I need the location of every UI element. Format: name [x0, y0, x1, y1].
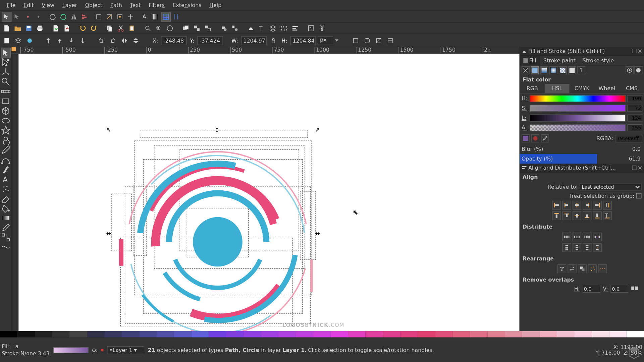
- tab-stroke-style[interactable]: Stroke style: [579, 56, 618, 65]
- menu-path[interactable]: Path: [106, 1, 126, 9]
- palette-swatch[interactable]: [174, 331, 192, 337]
- flip-h-button[interactable]: [119, 36, 129, 45]
- affect-pattern-button[interactable]: [385, 36, 395, 45]
- clone-button[interactable]: [192, 23, 202, 33]
- palette-swatch[interactable]: [104, 331, 122, 337]
- mode-wheel[interactable]: Wheel: [594, 84, 619, 94]
- align-top-out[interactable]: [552, 211, 561, 220]
- paint-swatch-button[interactable]: [568, 66, 576, 74]
- ungroup-button[interactable]: [230, 23, 240, 33]
- paint-linear-button[interactable]: [540, 66, 548, 74]
- hue-slider[interactable]: [530, 95, 626, 102]
- palette-swatch[interactable]: [226, 331, 244, 337]
- paint-pattern-button[interactable]: [559, 66, 567, 74]
- palette-swatch[interactable]: [540, 331, 557, 337]
- palette-swatch[interactable]: [366, 331, 383, 337]
- calligraphy-tool[interactable]: [1, 165, 10, 174]
- selector-tool[interactable]: [1, 48, 10, 57]
- new-doc-button[interactable]: [2, 23, 11, 33]
- unlink-clone-button[interactable]: [203, 23, 213, 33]
- sat-slider[interactable]: [530, 105, 626, 112]
- x-input[interactable]: [161, 36, 187, 45]
- measure-tool[interactable]: [1, 87, 10, 97]
- alpha-slider[interactable]: [530, 124, 626, 131]
- rubberband-toggle[interactable]: [34, 12, 43, 21]
- palette-swatch[interactable]: [383, 331, 400, 337]
- palette-swatch[interactable]: [505, 331, 522, 337]
- color-palette[interactable]: [0, 331, 644, 337]
- eraser-tool[interactable]: [1, 194, 10, 203]
- align-right[interactable]: [583, 201, 591, 209]
- duplicate-button[interactable]: [181, 23, 191, 33]
- overlap-v-input[interactable]: [610, 285, 628, 293]
- fill-stroke-panel-title[interactable]: Fill and Stroke (Shift+Ctrl+F): [520, 47, 644, 56]
- menu-edit[interactable]: Edit: [19, 1, 38, 9]
- h-input[interactable]: [290, 36, 316, 45]
- scale-stroke-toggle[interactable]: [94, 12, 104, 21]
- panel-close-icon-2[interactable]: [638, 165, 643, 170]
- color-managed-toggle[interactable]: [522, 134, 530, 142]
- xml-dialog-button[interactable]: [279, 23, 289, 33]
- paint-flat-button[interactable]: [531, 66, 539, 74]
- menu-help[interactable]: Help: [205, 1, 225, 9]
- dist-right[interactable]: [583, 233, 591, 241]
- paste-in-place-button[interactable]: [2, 36, 11, 45]
- palette-swatch[interactable]: [627, 331, 644, 337]
- palette-swatch[interactable]: [557, 331, 575, 337]
- align-panel-title[interactable]: Align and Distribute (Shift+Ctrl...: [520, 164, 644, 172]
- palette-swatch[interactable]: [139, 331, 157, 337]
- export-button[interactable]: [62, 23, 72, 33]
- palette-swatch[interactable]: [122, 331, 139, 337]
- transform-rotate-cw[interactable]: [58, 12, 68, 21]
- align-top[interactable]: [562, 211, 571, 220]
- panel-close-icon[interactable]: [638, 49, 643, 54]
- menu-text[interactable]: Text: [126, 1, 145, 9]
- node-tool[interactable]: [1, 57, 10, 67]
- menu-extensions[interactable]: Extensions: [169, 1, 206, 9]
- paste-button[interactable]: [127, 23, 137, 33]
- scale-corners-toggle[interactable]: [104, 12, 114, 21]
- text-tool-shortcut[interactable]: A: [140, 12, 150, 21]
- panel-detach-icon[interactable]: [632, 49, 637, 54]
- w-input[interactable]: [241, 36, 267, 45]
- text-tool[interactable]: A: [1, 174, 10, 184]
- palette-swatch[interactable]: [157, 331, 174, 337]
- align-text-left[interactable]: T: [603, 201, 612, 209]
- dropper-mini-button[interactable]: [541, 134, 549, 142]
- mode-cms[interactable]: CMS: [619, 84, 644, 94]
- group-button[interactable]: [219, 23, 229, 33]
- bezier-tool[interactable]: [1, 155, 10, 165]
- overlap-h-input[interactable]: [583, 285, 600, 293]
- palette-swatch[interactable]: [435, 331, 452, 337]
- star-tool[interactable]: [1, 126, 10, 135]
- rearr-graph[interactable]: [557, 264, 566, 273]
- zoom-page-button[interactable]: [165, 23, 175, 33]
- open-button[interactable]: [13, 23, 22, 33]
- undo-button[interactable]: [78, 23, 88, 33]
- zoom-tool[interactable]: [1, 77, 10, 87]
- bucket-tool[interactable]: [1, 203, 10, 213]
- paint-radial-button[interactable]: [549, 66, 557, 74]
- spiral-tool[interactable]: [1, 135, 10, 145]
- treat-as-group-checkbox[interactable]: [636, 193, 642, 198]
- affect-gradient-button[interactable]: [374, 36, 384, 45]
- snap-guides[interactable]: [172, 12, 181, 21]
- rearr-zorder[interactable]: [578, 264, 586, 273]
- snap-grid[interactable]: [161, 12, 171, 21]
- zoom-selection-button[interactable]: [143, 23, 153, 33]
- rect-tool[interactable]: [1, 97, 10, 106]
- fill-rule-evenodd-button[interactable]: [626, 66, 634, 74]
- remove-overlaps-button[interactable]: [631, 285, 642, 292]
- palette-swatch[interactable]: [52, 331, 70, 337]
- menu-layer[interactable]: Layer: [58, 1, 81, 9]
- canvas[interactable]: ↖ ↕ ↗ ↔ ↔: [18, 54, 519, 331]
- pencil-tool[interactable]: [1, 145, 10, 155]
- transform-flip-v[interactable]: [79, 12, 89, 21]
- dist-left[interactable]: [562, 233, 571, 241]
- align-left-out[interactable]: [552, 201, 561, 209]
- raise-top-button[interactable]: [43, 36, 53, 45]
- align-bottom-out[interactable]: [593, 211, 601, 220]
- affect-stroke-button[interactable]: [351, 36, 361, 45]
- paint-none-button[interactable]: [522, 66, 530, 74]
- rearr-exchange[interactable]: [568, 264, 576, 273]
